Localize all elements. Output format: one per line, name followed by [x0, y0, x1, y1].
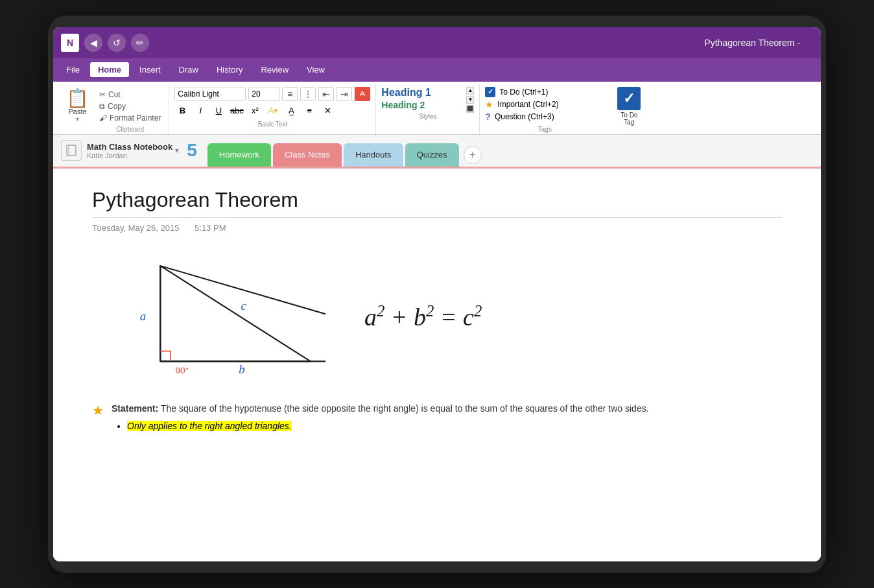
superscript-button[interactable]: x²: [247, 104, 263, 118]
notebook-dropdown-button[interactable]: ▾: [175, 146, 179, 155]
menu-review[interactable]: Review: [253, 62, 296, 77]
format-painter-label: Format Painter: [110, 113, 161, 123]
font-selector[interactable]: [174, 88, 246, 100]
menu-home[interactable]: Home: [90, 62, 129, 77]
strikethrough-button[interactable]: abc: [229, 104, 244, 118]
copy-label: Copy: [108, 102, 126, 111]
window-title: Pythagorean Theorem -: [704, 38, 813, 48]
tablet-inner: N ◀ ↺ ✏ Pythagorean Theorem - File Home …: [53, 27, 821, 561]
svg-text:90°: 90°: [175, 366, 189, 375]
highlight-button[interactable]: A▾: [265, 104, 281, 118]
paste-button[interactable]: 📋 Paste ▾: [61, 87, 94, 134]
section-tabs: Homework Class Notes Handouts Quizzes +: [207, 135, 482, 167]
todo-large-icon[interactable]: ✓: [617, 87, 641, 110]
menu-file[interactable]: File: [58, 62, 88, 77]
styles-expand[interactable]: ⬛: [466, 105, 474, 113]
tab-quizzes[interactable]: Quizzes: [405, 143, 459, 167]
tags-group: To Do (Ctrl+1) ★ Important (Ctrl+2) ? Qu…: [480, 84, 609, 134]
paste-dropdown[interactable]: ▾: [76, 115, 79, 123]
svg-line-4: [160, 266, 311, 361]
bold-button[interactable]: B: [174, 104, 190, 118]
styles-scroll: ▲ ▼ ⬛: [466, 87, 474, 113]
formula-display: a2 + b2 = c2: [364, 302, 482, 331]
styles-list: Heading 1 Heading 2: [381, 87, 464, 113]
text-format-row: B I U abc x² A▾ A̲ ≡ ✕: [174, 104, 370, 118]
add-tab-button[interactable]: +: [464, 146, 482, 164]
styles-scroll-down[interactable]: ▼: [466, 96, 474, 104]
notebook-user: Katie Jordan: [87, 152, 172, 159]
refresh-button[interactable]: ↺: [108, 34, 126, 52]
question-tag-label: Question (Ctrl+3): [495, 112, 554, 121]
tab-handouts[interactable]: Handouts: [344, 143, 403, 167]
clipboard-group: 📋 Paste ▾ ✂ Cut ⧉ Copy 🖌 Format P: [58, 84, 169, 134]
svg-rect-0: [67, 145, 76, 156]
outdent-button[interactable]: ⇤: [318, 87, 334, 101]
underline-button[interactable]: U: [211, 104, 226, 118]
svg-text:c: c: [241, 299, 246, 312]
page-time: 5:13 PM: [195, 223, 226, 233]
notebook-name: Math Class Notebook: [87, 142, 172, 152]
important-star-icon: ★: [485, 99, 493, 110]
styles-scroll-up[interactable]: ▲: [466, 87, 474, 95]
theorem-diagram: a b c 90° a2 + b2 = c2: [118, 252, 782, 382]
copy-button[interactable]: ⧉ Copy: [97, 101, 163, 112]
clipboard-label: Clipboard: [97, 124, 163, 134]
styles-with-scroll: Heading 1 Heading 2 ▲ ▼ ⬛: [381, 87, 474, 113]
section-number: 5: [187, 140, 197, 161]
cut-icon: ✂: [99, 90, 106, 99]
tab-classnotes[interactable]: Class Notes: [273, 143, 342, 167]
question-tag-item[interactable]: ? Question (Ctrl+3): [485, 112, 604, 122]
notebook-bar: Math Class Notebook Katie Jordan ▾ 5 Hom…: [53, 135, 821, 169]
todo-checkbox: [485, 87, 495, 97]
font-color-button[interactable]: A̲: [283, 104, 299, 118]
touch-button[interactable]: ✏: [131, 34, 149, 52]
format-painter-button[interactable]: 🖌 Format Painter: [97, 113, 163, 123]
statement-bold-label: Statement:: [112, 403, 158, 414]
menu-history[interactable]: History: [209, 62, 250, 77]
statement-text: Statement: The square of the hypotenuse …: [112, 403, 649, 414]
highlighted-text: Only applies to the right angled triangl…: [127, 421, 292, 431]
question-icon: ?: [485, 112, 491, 122]
menu-insert[interactable]: Insert: [132, 62, 169, 77]
tags-list: To Do (Ctrl+1) ★ Important (Ctrl+2) ? Qu…: [485, 87, 604, 126]
tab-homework[interactable]: Homework: [207, 143, 271, 167]
basic-text-label: Basic Text: [174, 121, 370, 129]
back-button[interactable]: ◀: [84, 34, 102, 52]
clipboard-sub: ✂ Cut ⧉ Copy 🖌 Format Painter Clipboard: [97, 87, 163, 134]
svg-text:a: a: [140, 309, 146, 323]
font-row: ≡ ⋮ ⇤ ⇥ A̶: [174, 87, 370, 101]
unordered-list-button[interactable]: ≡: [282, 87, 298, 101]
cut-button[interactable]: ✂ Cut: [97, 89, 163, 100]
statement-body: The square of the hypotenuse (the side o…: [161, 403, 649, 414]
page-date: Tuesday, May 26, 2015: [92, 223, 179, 233]
menu-view[interactable]: View: [299, 62, 333, 77]
formula-text: a2 + b2 = c2: [364, 303, 482, 331]
indent-button[interactable]: ⇥: [337, 87, 352, 101]
italic-button[interactable]: I: [193, 104, 208, 118]
heading2-style[interactable]: Heading 2: [381, 100, 464, 110]
align-button[interactable]: ≡: [301, 104, 317, 118]
basic-text-group: ≡ ⋮ ⇤ ⇥ A̶ B I U abc x² A▾ A̲ ≡ ✕ B: [169, 84, 376, 134]
important-tag-label: Important (Ctrl+2): [497, 100, 558, 109]
important-tag-item[interactable]: ★ Important (Ctrl+2): [485, 99, 604, 110]
todo-tag-item[interactable]: To Do (Ctrl+1): [485, 87, 604, 97]
ribbon: 📋 Paste ▾ ✂ Cut ⧉ Copy 🖌 Format P: [53, 82, 821, 135]
styles-group: Heading 1 Heading 2 ▲ ▼ ⬛ Styles: [376, 84, 480, 134]
menu-draw[interactable]: Draw: [171, 62, 206, 77]
page-content: Pythagorean Theorem Tuesday, May 26, 201…: [53, 169, 821, 561]
heading1-style[interactable]: Heading 1: [381, 87, 464, 99]
format-painter-icon: 🖌: [99, 113, 107, 123]
onenote-logo: N: [61, 34, 79, 52]
statement-area: ★ Statement: The square of the hypotenus…: [92, 401, 782, 431]
title-bar-left: N ◀ ↺ ✏: [61, 34, 149, 52]
ordered-list-button[interactable]: ⋮: [300, 87, 316, 101]
cancel-button[interactable]: ✕: [320, 104, 335, 118]
clear-format-button[interactable]: A̶: [355, 87, 370, 101]
page-metadata: Tuesday, May 26, 2015 5:13 PM: [92, 223, 782, 233]
font-size-selector[interactable]: [248, 88, 279, 100]
svg-marker-2: [160, 266, 325, 361]
styles-label: Styles: [381, 113, 474, 121]
title-bar: N ◀ ↺ ✏ Pythagorean Theorem -: [53, 27, 821, 58]
statement-content: Statement: The square of the hypotenuse …: [112, 401, 649, 431]
statement-star-icon: ★: [92, 403, 104, 418]
